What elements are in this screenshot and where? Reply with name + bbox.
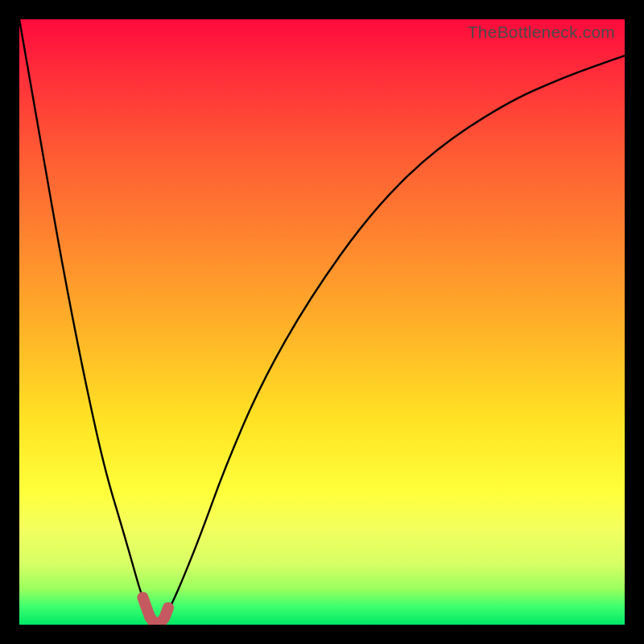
curve-layer	[19, 19, 625, 625]
dip-marker-group	[142, 597, 168, 623]
watermark-text: TheBottleneck.com	[468, 23, 615, 42]
bottleneck-curve	[19, 19, 625, 623]
dip-marker-path	[142, 597, 168, 623]
plot-area: TheBottleneck.com	[19, 19, 625, 625]
chart-frame: TheBottleneck.com	[0, 0, 644, 644]
